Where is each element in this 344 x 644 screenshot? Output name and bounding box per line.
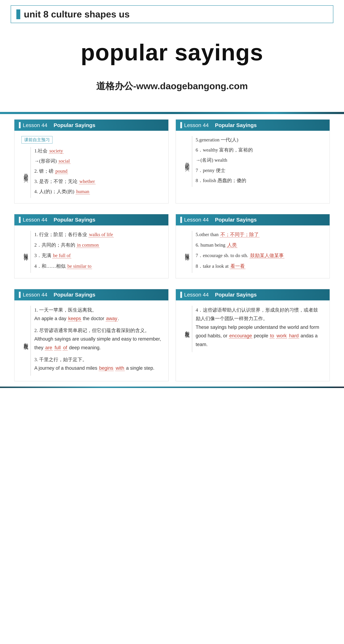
card-3-header-accent bbox=[19, 217, 21, 223]
sentence-r-1-cn: 4．这些谚语帮助人们认识世界，形成良好的习惯，或者鼓励人们像一个团队一样努力工作… bbox=[196, 306, 323, 323]
card-3-side-label: 短语互译 bbox=[22, 231, 31, 273]
header-title: unit 8 culture shapes us bbox=[24, 9, 130, 20]
phrase-r-4-cn: 8．take a look at bbox=[196, 264, 229, 269]
card-4-header-accent bbox=[180, 217, 182, 223]
vocab-r-item-4: 7．penny 便士 bbox=[196, 167, 323, 174]
vocab-2-answer: social bbox=[58, 158, 71, 164]
vocab-r-1-cn: 5.generation bbox=[196, 137, 220, 142]
card-4-header: Lesson 44 Popular Sayings bbox=[176, 214, 330, 226]
card-5-header: Lesson 44 Popular Sayings bbox=[15, 289, 168, 300]
sentence-3-en: A journey of a thousand miles begins wit… bbox=[34, 364, 161, 372]
card-1-vocab-items: 1.社会 society →(形容词) social 2. 锛；磅 pound … bbox=[34, 147, 161, 198]
vocab-4-label: 3. 是否；不管；无论 bbox=[34, 179, 78, 184]
vocab-1-answer: society bbox=[49, 148, 64, 154]
card-6-body: 句型在线 4．这些谚语帮助人们认识世界，形成良好的习惯，或者鼓励人们像一个团队一… bbox=[176, 300, 330, 358]
sentence-2-cn: 2. 尽管谚语通常简单易记，但它们蕴含着深刻的含义。 bbox=[34, 326, 161, 335]
phrase-r-item-3: 7．encourage sb. to do sth. 鼓励某人做某事 bbox=[196, 252, 323, 260]
vocab-r-1-answer: 一代(人) bbox=[221, 137, 238, 142]
card-4: Lesson 44 Popular Sayings 短语互译 5.other t… bbox=[176, 214, 330, 278]
phrase-3-answer: be full of bbox=[52, 253, 71, 258]
card-3-phrase-table: 短语互译 1. 行业；阶层；各行各业 walks of life 2．共同的；共… bbox=[22, 231, 161, 273]
phrase-1-cn: 1. 行业；阶层；各行各业 bbox=[34, 232, 87, 237]
phrase-1-answer: walks of life bbox=[88, 232, 114, 237]
phrase-item-2: 2．共同的；共有的 in common bbox=[34, 241, 161, 249]
vocab-r-3-answer: wealth bbox=[214, 158, 227, 163]
phrase-item-4: 4．和……相似 be similar to bbox=[34, 262, 161, 270]
phrase-item-3: 3．充满 be full of bbox=[34, 252, 161, 260]
card-3-body: 短语互译 1. 行业；阶层；各行各业 walks of life 2．共同的；共… bbox=[15, 226, 168, 278]
card-6-header-accent bbox=[180, 292, 182, 298]
phrase-r-2-answer: 人类 bbox=[226, 242, 237, 248]
vocab-5-label: 4. 人(的)；人类(的) bbox=[34, 189, 74, 194]
vocab-r-5-answer: 愚蠢的；傻的 bbox=[217, 178, 246, 183]
card-5-sentence-items: 1. 一天一苹果，医生远离我。 An apple a day keeps the… bbox=[34, 306, 161, 376]
card-2: Lesson 44 Popular Sayings 单词阅关 5.generat… bbox=[176, 120, 330, 204]
phrase-r-item-1: 5.other than 不；不同于；除了 bbox=[196, 231, 323, 238]
card-1-header-text: Lesson 44 Popular Sayings bbox=[23, 122, 96, 128]
vocab-3-answer: pound bbox=[55, 168, 68, 174]
card-2-body: 单词阅关 5.generation 一代(人) 6．wealthy 富有的，富裕… bbox=[176, 131, 330, 192]
sentence-1-answer-2: away bbox=[106, 316, 118, 322]
phrase-r-1-answer: 不；不同于；除了 bbox=[220, 232, 259, 237]
card-3-phrase-items: 1. 行业；阶层；各行各业 walks of life 2．共同的；共有的 in… bbox=[34, 231, 161, 273]
vocab-1-label: 1.社会 bbox=[34, 148, 48, 154]
sentence-3-answer-2: with bbox=[115, 366, 125, 371]
vocab-r-item-3: →(名词) wealth bbox=[196, 156, 323, 164]
phrase-2-answer: in common bbox=[76, 242, 99, 248]
card-1-side-label: 单词阅关 bbox=[22, 147, 31, 198]
vocab-4-answer: whether bbox=[79, 179, 96, 184]
phrase-r-3-cn: 7．encourage sb. to do sth. bbox=[196, 253, 248, 258]
vocab-r-item-5: 8．foolish 愚蠢的；傻的 bbox=[196, 177, 323, 184]
card-6-sentence-items: 4．这些谚语帮助人们认识世界，形成良好的习惯，或者鼓励人们像一个团队一样努力工作… bbox=[196, 306, 323, 352]
vocab-r-4-cn: 7．penny bbox=[196, 168, 215, 173]
website-label: 道格办公-www.daogebangong.com bbox=[0, 80, 344, 92]
vocab-item-3: 2. 锛；磅 pound bbox=[34, 167, 161, 175]
vocab-r-item-1: 5.generation 一代(人) bbox=[196, 136, 323, 144]
card-1-header-accent bbox=[19, 122, 21, 128]
card-2-lesson: Lesson 44 bbox=[184, 122, 209, 128]
vocab-r-5-cn: 8．foolish bbox=[196, 178, 216, 183]
vocab-item-1: 1.社会 society bbox=[34, 147, 161, 155]
sentence-1-cn: 1. 一天一苹果，医生远离我。 bbox=[34, 306, 161, 314]
card-5: Lesson 44 Popular Sayings 句型在线 1. 一天一苹果，… bbox=[14, 289, 169, 381]
card-5-header-accent bbox=[19, 292, 21, 298]
card-5-header-text: Lesson 44 Popular Sayings bbox=[23, 292, 96, 298]
main-title-area: popular sayings 道格办公-www.daogebangong.co… bbox=[0, 23, 344, 103]
card-2-header-text: Lesson 44 Popular Sayings bbox=[184, 122, 257, 128]
vocab-5-answer: human bbox=[76, 189, 90, 194]
sentence-3-answer-1: begins bbox=[99, 366, 114, 371]
sentence-r-1-answer-3: work bbox=[276, 333, 287, 338]
header-accent bbox=[16, 10, 20, 19]
card-2-header: Lesson 44 Popular Sayings bbox=[176, 120, 330, 131]
sentence-2-en: Although sayings are usually simple and … bbox=[34, 335, 161, 352]
vocab-r-3-cn: →(名词) bbox=[196, 158, 213, 163]
phrase-3-cn: 3．充满 bbox=[34, 253, 51, 258]
sentence-1-answer-1: keeps bbox=[68, 316, 82, 322]
card-1: Lesson 44 Popular Sayings 课前自主预习 单词阅关 1.… bbox=[14, 120, 169, 204]
phrase-item-1: 1. 行业；阶层；各行各业 walks of life bbox=[34, 231, 161, 238]
card-3-lesson: Lesson 44 bbox=[23, 217, 47, 222]
main-title: popular sayings bbox=[0, 39, 344, 66]
cards-grid: Lesson 44 Popular Sayings 课前自主预习 单词阅关 1.… bbox=[11, 114, 333, 386]
sentence-2-answer-2: full bbox=[54, 345, 61, 350]
card-6-sentence-table: 句型在线 4．这些谚语帮助人们认识世界，形成良好的习惯，或者鼓励人们像一个团队一… bbox=[183, 306, 323, 352]
card-4-lesson: Lesson 44 bbox=[184, 217, 209, 222]
sentence-r-1-answer-2: to bbox=[269, 333, 275, 338]
card-1-vocab-table: 单词阅关 1.社会 society →(形容词) social 2. 锛；磅 p… bbox=[22, 147, 161, 198]
card-1-tag: 课前自主预习 bbox=[22, 136, 53, 144]
vocab-r-4-answer: 便士 bbox=[216, 168, 225, 173]
phrase-r-3-answer: 鼓励某人做某事 bbox=[249, 253, 284, 258]
phrase-4-cn: 4．和……相似 bbox=[34, 264, 66, 269]
sentence-2-answer-1: are bbox=[45, 345, 53, 350]
card-6-header-text: Lesson 44 Popular Sayings bbox=[184, 292, 257, 298]
card-4-phrase-items: 5.other than 不；不同于；除了 6. human being 人类 … bbox=[196, 231, 323, 273]
card-2-header-accent bbox=[180, 122, 182, 128]
phrase-r-4-answer: 看一看 bbox=[230, 264, 245, 269]
sentence-3-cn: 3. 千里之行，始于足下。 bbox=[34, 355, 161, 364]
card-2-side-label: 单词阅关 bbox=[183, 136, 192, 187]
card-5-lesson: Lesson 44 bbox=[23, 292, 47, 298]
vocab-2-arrow: →(形容词) bbox=[34, 158, 57, 164]
card-6-side-label: 句型在线 bbox=[183, 306, 192, 352]
vocab-3-label: 2. 锛；磅 bbox=[34, 168, 54, 174]
phrase-r-item-4: 8．take a look at 看一看 bbox=[196, 262, 323, 270]
